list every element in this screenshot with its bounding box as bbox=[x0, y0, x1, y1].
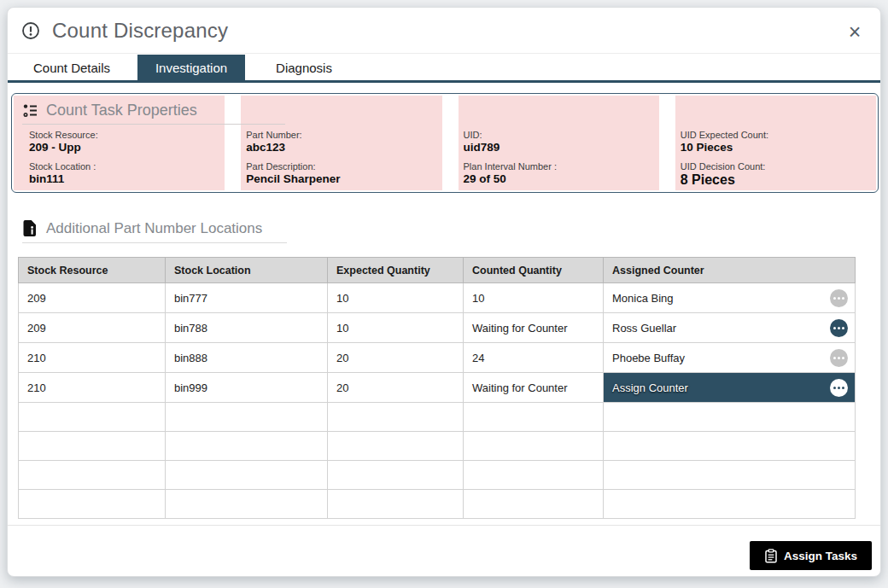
row-menu-ellipsis-icon[interactable] bbox=[830, 289, 848, 307]
locations-table-head: Stock Resource Stock Location Expected Q… bbox=[19, 258, 856, 283]
uid-decision-count-value: 8 Pieces bbox=[681, 172, 873, 188]
tab-count-details[interactable]: Count Details bbox=[15, 55, 129, 80]
cell-assigned-counter: Phoebe Buffay bbox=[604, 343, 856, 373]
empty-cell bbox=[166, 403, 328, 432]
assign-tasks-label: Assign Tasks bbox=[784, 550, 857, 562]
close-icon[interactable]: × bbox=[843, 20, 867, 44]
plan-interval-label: Plan Interval Number : bbox=[464, 161, 656, 172]
empty-table-row bbox=[19, 461, 856, 490]
tab-bar: Count Details Investigation Diagnosis bbox=[8, 55, 880, 83]
empty-cell bbox=[166, 490, 328, 519]
tag-info-icon bbox=[22, 219, 38, 237]
table-row: 210bin8882024Phoebe Buffay bbox=[19, 343, 856, 373]
empty-cell bbox=[604, 432, 856, 461]
tab-underline bbox=[8, 80, 880, 83]
empty-cell bbox=[464, 461, 604, 490]
assigned-counter-cell: Monica Bing bbox=[604, 283, 855, 312]
empty-cell bbox=[166, 432, 328, 461]
part-number-value: abc123 bbox=[246, 141, 438, 154]
empty-table-row bbox=[19, 490, 856, 519]
uid-value: uid789 bbox=[464, 141, 656, 154]
part-number-label: Part Number: bbox=[246, 130, 438, 140]
cell-expected-quantity: 10 bbox=[328, 283, 464, 313]
cell-stock-resource: 210 bbox=[19, 343, 166, 373]
count-discrepancy-dialog: Count Discrepancy × Count Details Invest… bbox=[7, 7, 881, 577]
table-row: 210bin99920Waiting for CounterAssign Cou… bbox=[19, 373, 856, 403]
empty-cell bbox=[19, 403, 166, 432]
empty-cell bbox=[328, 432, 464, 461]
assigned-counter-cell: Ross Guellar bbox=[604, 313, 855, 342]
empty-cell bbox=[328, 461, 464, 490]
col-header-stock-resource: Stock Resource bbox=[19, 258, 166, 283]
assigned-counter-name: Ross Guellar bbox=[612, 322, 676, 335]
additional-locations-header: Additional Part Number Locations bbox=[22, 214, 287, 243]
cell-stock-resource: 210 bbox=[19, 373, 166, 403]
plan-interval-value: 29 of 50 bbox=[464, 172, 656, 185]
row-menu-ellipsis-icon[interactable] bbox=[830, 319, 848, 337]
empty-cell bbox=[604, 490, 856, 519]
empty-cell bbox=[166, 461, 328, 490]
cell-expected-quantity: 10 bbox=[328, 313, 464, 343]
count-task-properties-title: Count Task Properties bbox=[22, 97, 285, 125]
empty-cell bbox=[604, 461, 856, 490]
empty-cell bbox=[464, 432, 604, 461]
empty-table-row bbox=[19, 432, 856, 461]
stock-resource-label: Stock Resource: bbox=[29, 130, 221, 140]
uid-label: UID: bbox=[464, 130, 656, 140]
col-header-expected-quantity: Expected Quantity bbox=[328, 258, 464, 283]
alert-circle-icon bbox=[21, 21, 40, 40]
empty-cell bbox=[19, 432, 166, 461]
part-description-value: Pencil Sharpener bbox=[246, 172, 438, 185]
stock-location-label: Stock Location : bbox=[29, 161, 221, 172]
cell-expected-quantity: 20 bbox=[328, 373, 464, 403]
cell-assigned-counter: Ross Guellar bbox=[604, 313, 856, 343]
locations-table-body: 209bin7771010Monica Bing209bin78810Waiti… bbox=[19, 283, 856, 519]
cell-stock-location: bin777 bbox=[166, 283, 328, 313]
list-bullets-icon bbox=[22, 102, 38, 119]
cell-stock-location: bin999 bbox=[166, 373, 328, 403]
empty-cell bbox=[19, 490, 166, 519]
stock-location-value: bin111 bbox=[29, 172, 221, 185]
assigned-counter-name: Assign Counter bbox=[612, 381, 688, 394]
footer-divider bbox=[8, 525, 880, 526]
cell-assigned-counter[interactable]: Assign Counter bbox=[604, 373, 856, 403]
assign-counter-cell[interactable]: Assign Counter bbox=[604, 373, 855, 402]
cell-stock-resource: 209 bbox=[19, 313, 166, 343]
cell-counted-quantity: Waiting for Counter bbox=[464, 313, 604, 343]
col-header-stock-location: Stock Location bbox=[166, 258, 328, 283]
empty-cell bbox=[604, 403, 856, 432]
tab-investigation[interactable]: Investigation bbox=[137, 55, 245, 80]
col-header-counted-quantity: Counted Quantity bbox=[464, 258, 604, 283]
assigned-counter-cell: Phoebe Buffay bbox=[604, 343, 855, 372]
uid-decision-count-label: UID Decision Count: bbox=[681, 161, 873, 172]
assigned-counter-name: Monica Bing bbox=[612, 292, 674, 305]
empty-cell bbox=[328, 403, 464, 432]
row-menu-ellipsis-icon[interactable] bbox=[830, 379, 848, 397]
cell-stock-location: bin888 bbox=[166, 343, 328, 373]
properties-col-3: UID: uid789 Plan Interval Number : 29 of… bbox=[459, 96, 659, 190]
empty-cell bbox=[19, 461, 166, 490]
cell-counted-quantity: 24 bbox=[464, 343, 604, 373]
cell-assigned-counter: Monica Bing bbox=[604, 283, 856, 313]
empty-cell bbox=[464, 403, 604, 432]
dialog-header: Count Discrepancy × bbox=[8, 8, 880, 54]
properties-col-4: UID Expected Count: 10 Pieces UID Decisi… bbox=[675, 96, 876, 190]
empty-table-row bbox=[19, 403, 856, 432]
cell-stock-location: bin788 bbox=[166, 313, 328, 343]
empty-cell bbox=[464, 490, 604, 519]
row-menu-ellipsis-icon[interactable] bbox=[830, 349, 848, 367]
table-row: 209bin78810Waiting for CounterRoss Guell… bbox=[19, 313, 856, 343]
dialog-title: Count Discrepancy bbox=[52, 19, 228, 43]
stock-resource-value: 209 - Upp bbox=[29, 141, 221, 154]
assigned-counter-name: Phoebe Buffay bbox=[612, 352, 685, 364]
clipboard-icon bbox=[764, 549, 778, 563]
locations-table: Stock Resource Stock Location Expected Q… bbox=[18, 257, 856, 519]
uid-expected-count-label: UID Expected Count: bbox=[681, 130, 873, 140]
cell-expected-quantity: 20 bbox=[328, 343, 464, 373]
assign-tasks-button[interactable]: Assign Tasks bbox=[750, 541, 872, 570]
cell-counted-quantity: 10 bbox=[464, 283, 604, 313]
part-description-label: Part Description: bbox=[246, 161, 438, 172]
tab-diagnosis[interactable]: Diagnosis bbox=[257, 55, 351, 80]
cell-counted-quantity: Waiting for Counter bbox=[464, 373, 604, 403]
uid-expected-count-value: 10 Pieces bbox=[681, 141, 873, 154]
